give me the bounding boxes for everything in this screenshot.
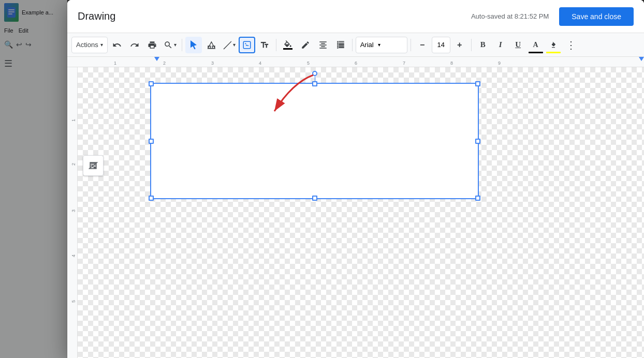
ruler-vtick-5: 5 <box>71 300 76 303</box>
zoom-button[interactable]: ▾ <box>162 37 179 53</box>
ruler-vtick-2: 2 <box>71 163 76 166</box>
drawing-canvas[interactable]: 1 2 3 4 5 6 7 8 9 1 2 3 4 5 <box>67 57 644 358</box>
rotate-handle[interactable] <box>312 71 317 76</box>
handle-bottom-right[interactable] <box>475 196 480 201</box>
toolbar-divider-2 <box>276 39 276 51</box>
underline-button[interactable]: U <box>510 37 526 53</box>
ruler-tick-2: 2 <box>163 61 166 66</box>
handle-middle-left[interactable] <box>149 139 154 144</box>
line-dropdown-icon: ▾ <box>233 42 236 48</box>
line-color-button[interactable] <box>297 37 314 53</box>
toolbar-divider-1 <box>182 39 182 51</box>
font-size-decrease[interactable]: − <box>414 37 431 53</box>
ruler-tick-5: 5 <box>307 61 310 66</box>
wrap-icon-button[interactable] <box>83 155 104 176</box>
font-size-input[interactable]: 14 <box>432 37 450 53</box>
ruler-vtick-1: 1 <box>71 119 76 122</box>
ruler-vtick-3: 3 <box>71 210 76 212</box>
canvas-area[interactable] <box>78 67 644 358</box>
ruler-tick-3: 3 <box>211 61 214 66</box>
actions-button[interactable]: Actions ▾ <box>71 37 108 53</box>
autosave-status: Auto-saved at 8:21:52 PM <box>471 12 549 20</box>
toolbar-divider-5 <box>471 39 472 51</box>
line-button[interactable]: ▾ <box>221 37 238 53</box>
zoom-dropdown-icon: ▾ <box>174 42 177 48</box>
ruler-indicator-right <box>639 57 644 61</box>
handle-bottom-center[interactable] <box>312 196 317 201</box>
bold-button[interactable]: B <box>475 37 491 53</box>
textbox-button[interactable] <box>256 37 273 53</box>
select-button[interactable] <box>185 37 202 53</box>
highlight-button[interactable] <box>545 37 562 53</box>
handle-top-right[interactable] <box>475 81 480 86</box>
ruler-vtick-4: 4 <box>71 255 76 257</box>
selected-image-element[interactable] <box>150 83 479 199</box>
ruler-indicator <box>154 57 159 61</box>
toolbar-divider-3 <box>352 39 353 51</box>
print-button[interactable] <box>144 37 160 53</box>
font-dropdown-icon: ▾ <box>378 42 380 48</box>
ruler-horizontal: 1 2 3 4 5 6 7 8 9 <box>67 57 644 67</box>
ruler-tick-8: 8 <box>450 61 453 66</box>
font-name: Arial <box>360 41 374 49</box>
font-color-button[interactable]: A <box>528 37 544 53</box>
handle-top-left[interactable] <box>149 81 154 86</box>
italic-button[interactable]: I <box>492 37 509 53</box>
ruler-tick-4: 4 <box>259 61 261 66</box>
handle-middle-right[interactable] <box>475 139 480 144</box>
handle-top-center[interactable] <box>312 81 317 86</box>
more-options-button[interactable]: ⋮ <box>563 37 579 53</box>
para-align-button[interactable] <box>332 37 349 53</box>
ruler-tick-6: 6 <box>355 61 357 66</box>
dialog-title: Drawing <box>78 10 471 22</box>
redo-button[interactable] <box>126 37 143 53</box>
align-button[interactable] <box>315 37 331 53</box>
ruler-vertical: 1 2 3 4 5 <box>67 67 78 358</box>
font-size-increase[interactable]: + <box>451 37 468 53</box>
actions-dropdown-icon: ▾ <box>100 42 103 48</box>
dialog-header: Drawing Auto-saved at 8:21:52 PM Save an… <box>67 0 644 33</box>
handle-bottom-left[interactable] <box>149 196 154 201</box>
undo-button[interactable] <box>109 37 125 53</box>
drawing-dialog: Drawing Auto-saved at 8:21:52 PM Save an… <box>67 0 644 358</box>
actions-label: Actions <box>76 41 98 49</box>
ruler-tick-1: 1 <box>114 61 116 66</box>
fill-color-button[interactable] <box>280 37 296 53</box>
ruler-tick-7: 7 <box>403 61 405 66</box>
shape-button[interactable] <box>203 37 219 53</box>
ruler-tick-9: 9 <box>498 61 501 66</box>
image-button[interactable] <box>239 37 255 53</box>
font-selector[interactable]: Arial ▾ <box>356 37 407 53</box>
drawing-toolbar: Actions ▾ ▾ ▾ <box>67 33 644 57</box>
toolbar-divider-4 <box>411 39 411 51</box>
svg-point-5 <box>245 43 246 44</box>
save-close-button[interactable]: Save and close <box>559 7 634 26</box>
font-size-area: − 14 + <box>414 37 468 53</box>
